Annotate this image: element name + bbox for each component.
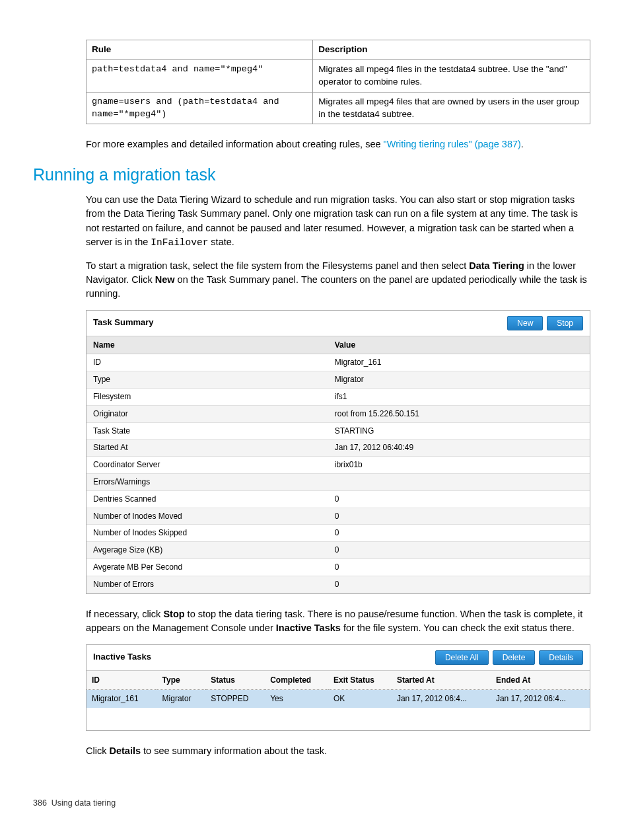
inactive-tasks-panel: Inactive Tasks Delete All Delete Details… — [86, 644, 590, 731]
paragraph-details: Click Details to see summary information… — [86, 744, 590, 758]
table-row: Number of Inodes Skipped0 — [87, 525, 590, 542]
writing-tiering-rules-link[interactable]: "Writing tiering rules" (page 387) — [384, 139, 521, 149]
cell-value: 0 — [328, 525, 590, 542]
table-row: Started AtJan 17, 2012 06:40:49 — [87, 439, 590, 457]
description-cell: Migrates all mpeg4 files that are owned … — [313, 92, 590, 124]
cell-started-at: Jan 17, 2012 06:4... — [392, 690, 491, 708]
task-summary-header: Task Summary New Stop — [87, 311, 590, 336]
rule-cell: path=testdata4 and name="*mpeg4" — [87, 59, 313, 92]
col-started-at[interactable]: Started At — [392, 671, 491, 690]
table-row: Errors/Warnings — [87, 473, 590, 490]
cell-type: Migrator — [157, 690, 206, 708]
cell-value: 0 — [328, 542, 590, 559]
col-status[interactable]: Status — [205, 671, 265, 690]
cell-value: Migrator_161 — [328, 354, 590, 371]
table-row: Filesystemifs1 — [87, 388, 590, 405]
cell-completed: Yes — [265, 690, 328, 708]
cell-value: Migrator — [328, 371, 590, 389]
stop-button[interactable]: Stop — [547, 316, 583, 330]
cell-value: 0 — [328, 558, 590, 576]
paragraph-stop: If necessary, click Stop to stop the dat… — [86, 607, 590, 635]
cell-name: Number of Inodes Skipped — [87, 525, 328, 542]
paragraph-start-task: To start a migration task, select the fi… — [86, 259, 590, 301]
section-heading: Running a migration task — [33, 163, 590, 186]
table-row: TypeMigrator — [87, 371, 590, 389]
col-ended-at[interactable]: Ended At — [491, 671, 590, 690]
col-type[interactable]: Type — [157, 671, 206, 690]
task-summary-grid: Name Value IDMigrator_161TypeMigratorFil… — [87, 336, 590, 593]
col-completed[interactable]: Completed — [265, 671, 328, 690]
col-id[interactable]: ID — [87, 671, 157, 690]
cell-name: Number of Inodes Moved — [87, 508, 328, 525]
cell-name: Originator — [87, 405, 328, 422]
cell-value: STARTING — [328, 422, 590, 439]
table-row: Task StateSTARTING — [87, 422, 590, 439]
col-value: Value — [328, 336, 590, 354]
cell-name: Task State — [87, 422, 328, 439]
cell-name: Avgerate MB Per Second — [87, 558, 328, 576]
cell-value — [328, 473, 590, 490]
delete-button[interactable]: Delete — [493, 650, 536, 665]
inactive-tasks-title: Inactive Tasks — [93, 651, 151, 663]
cell-exit-status: OK — [328, 690, 392, 708]
task-summary-title: Task Summary — [93, 317, 154, 328]
paragraph-intro: You can use the Data Tiering Wizard to s… — [86, 193, 590, 249]
table-row: IDMigrator_161 — [87, 354, 590, 371]
cell-name: Type — [87, 371, 328, 389]
cell-name: Errors/Warnings — [87, 473, 328, 490]
task-summary-panel: Task Summary New Stop Name Value IDMigra… — [86, 310, 590, 594]
rules-header-description: Description — [313, 40, 590, 60]
table-row: Number of Errors0 — [87, 576, 590, 593]
rules-header-rule: Rule — [87, 40, 313, 60]
cell-value: root from 15.226.50.151 — [328, 405, 590, 422]
col-exit-status[interactable]: Exit Status — [328, 671, 392, 690]
cell-name: Coordinator Server — [87, 457, 328, 474]
cell-value: 0 — [328, 576, 590, 593]
cell-value: 0 — [328, 490, 590, 508]
cell-ended-at: Jan 17, 2012 06:4... — [491, 690, 590, 708]
new-button[interactable]: New — [507, 316, 543, 330]
table-row: gname=users and (path=testdata4 and name… — [87, 92, 590, 124]
page-footer: 386 Using data tiering — [33, 798, 590, 810]
rules-table: Rule Description path=testdata4 and name… — [86, 40, 590, 124]
table-row: Originatorroot from 15.226.50.151 — [87, 405, 590, 422]
details-button[interactable]: Details — [539, 650, 583, 665]
cell-value: ifs1 — [328, 388, 590, 405]
cell-name: Filesystem — [87, 388, 328, 405]
cell-name: Number of Errors — [87, 576, 328, 593]
table-row: Dentries Scanned0 — [87, 490, 590, 508]
cell-name: ID — [87, 354, 328, 371]
infailover-code: InFailover — [151, 237, 208, 248]
cell-value: 0 — [328, 508, 590, 525]
description-cell: Migrates all mpeg4 files in the testdata… — [313, 59, 590, 92]
cell-name: Avgerage Size (KB) — [87, 542, 328, 559]
table-row: Avgerate MB Per Second0 — [87, 558, 590, 576]
table-row: Coordinator Serveribrix01b — [87, 457, 590, 474]
delete-all-button[interactable]: Delete All — [435, 650, 489, 665]
cell-name: Dentries Scanned — [87, 490, 328, 508]
cell-name: Started At — [87, 439, 328, 457]
inactive-tasks-header: Inactive Tasks Delete All Delete Details — [87, 645, 590, 671]
paragraph-examples: For more examples and detailed informati… — [86, 137, 590, 151]
table-row[interactable]: Migrator_161 Migrator STOPPED Yes OK Jan… — [87, 690, 590, 708]
rule-cell: gname=users and (path=testdata4 and name… — [87, 92, 313, 124]
footer-text: Using data tiering — [52, 798, 116, 808]
cell-value: Jan 17, 2012 06:40:49 — [328, 439, 590, 457]
inactive-tasks-grid: ID Type Status Completed Exit Status Sta… — [87, 671, 590, 708]
col-name: Name — [87, 336, 328, 354]
table-row: Number of Inodes Moved0 — [87, 508, 590, 525]
cell-value: ibrix01b — [328, 457, 590, 474]
table-row: Avgerage Size (KB)0 — [87, 542, 590, 559]
table-row: path=testdata4 and name="*mpeg4" Migrate… — [87, 59, 590, 92]
page-number: 386 — [33, 798, 47, 808]
cell-status: STOPPED — [205, 690, 265, 708]
cell-id: Migrator_161 — [87, 690, 157, 708]
